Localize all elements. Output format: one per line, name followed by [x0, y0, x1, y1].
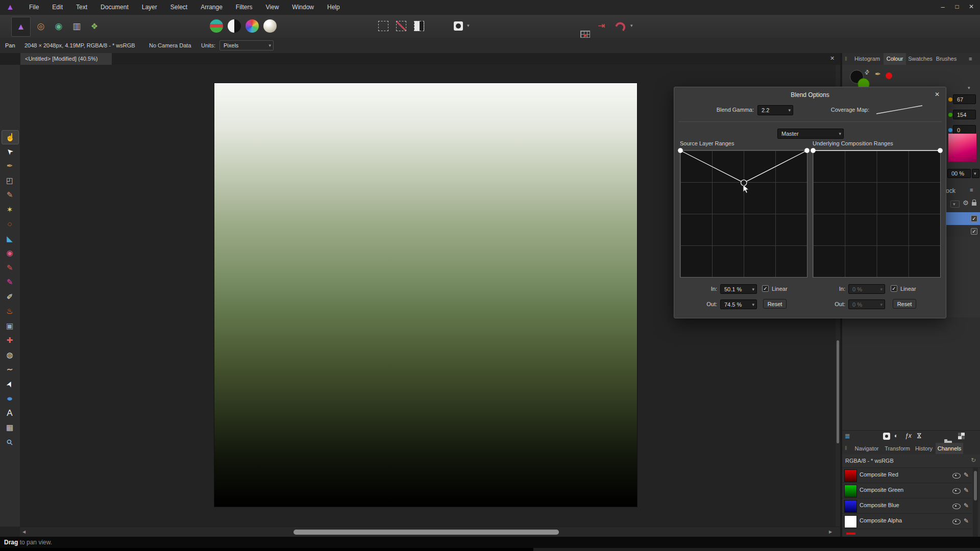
colour-eyedropper-icon[interactable]: ✒: [875, 70, 881, 78]
source-ranges-graph[interactable]: [680, 150, 807, 278]
selection-brush-tool[interactable]: ✎: [2, 188, 18, 202]
liquify-persona-button[interactable]: ◎: [32, 17, 50, 36]
selected-layer-row[interactable]: ✓: [945, 212, 980, 225]
scroll-right-icon[interactable]: ▶: [829, 530, 832, 534]
channel-row-composite-green[interactable]: Composite Green ✎: [842, 483, 972, 498]
photo-persona-button[interactable]: ▲: [11, 17, 31, 37]
new-mask-icon[interactable]: [883, 433, 890, 440]
menu-filters[interactable]: Filters: [229, 0, 259, 15]
underlying-ranges-graph[interactable]: [813, 150, 941, 278]
source-out-field[interactable]: 74.5 % ▾: [720, 299, 757, 309]
colour-model-caret-icon[interactable]: ▾: [968, 85, 970, 90]
paint-brush-tool[interactable]: ✎: [2, 261, 18, 274]
layers-stack-icon[interactable]: ≣: [845, 432, 850, 440]
underlying-in-field[interactable]: 0 % ▾: [848, 284, 885, 294]
tab-stock-partial[interactable]: ock: [946, 187, 955, 194]
channel-edit-pencil-icon[interactable]: ✎: [964, 517, 969, 524]
crop-tool[interactable]: ◰: [2, 174, 18, 187]
underlying-curve[interactable]: [813, 151, 940, 277]
menu-text[interactable]: Text: [69, 0, 94, 15]
channel-edit-pencil-icon[interactable]: ✎: [964, 471, 969, 479]
window-close-button[interactable]: ✕: [966, 3, 977, 10]
flood-erase-tool[interactable]: ♨: [2, 305, 18, 318]
export-persona-button[interactable]: ❖: [86, 17, 103, 36]
units-dropdown[interactable]: Pixels ▾: [219, 40, 274, 51]
flood-select-tool[interactable]: ✶: [2, 203, 18, 216]
window-minimize-button[interactable]: –: [937, 3, 948, 11]
selection-new-icon[interactable]: [378, 21, 388, 31]
channel-edit-pencil-icon[interactable]: ✎: [964, 487, 969, 494]
channel-row-composite-blue[interactable]: Composite Blue ✎: [842, 498, 972, 514]
menu-view[interactable]: View: [259, 0, 286, 15]
opacity-caret-button[interactable]: ▾: [972, 169, 979, 178]
tab-brushes[interactable]: Brushes: [935, 53, 958, 65]
channels-scrollbar-thumb[interactable]: [974, 471, 977, 500]
blend-mode-caret-button[interactable]: ▾: [950, 201, 960, 208]
menu-document[interactable]: Document: [94, 0, 135, 15]
layer-fx-gear-icon[interactable]: ⚙: [963, 199, 969, 207]
coverage-map-preview[interactable]: [874, 103, 925, 116]
vertical-scrollbar-thumb[interactable]: [837, 340, 839, 443]
green-value-field[interactable]: 154: [953, 110, 976, 119]
colour-replacement-brush-tool[interactable]: ✎: [2, 276, 18, 289]
panel-grip-icon[interactable]: ‖: [845, 445, 847, 451]
channels-scrollbar[interactable]: [973, 468, 978, 537]
tab-swatches[interactable]: Swatches: [907, 53, 934, 65]
tab-transform[interactable]: Transform: [883, 443, 912, 454]
quick-mask-icon[interactable]: [454, 21, 463, 31]
blur-tool[interactable]: ◍: [2, 348, 18, 362]
underlying-linear-checkbox[interactable]: ✓: [891, 285, 897, 292]
menu-arrange[interactable]: Arrange: [194, 0, 229, 15]
blend-gamma-dropdown[interactable]: 2.2 ▾: [757, 105, 793, 115]
panel-grip-icon[interactable]: ‖: [845, 56, 847, 62]
menu-help[interactable]: Help: [321, 0, 347, 15]
selection-intersect-icon[interactable]: [414, 21, 424, 31]
layer-lock-icon[interactable]: [972, 202, 976, 206]
horizontal-scrollbar[interactable]: ◀ ▶: [20, 527, 840, 537]
horizontal-scrollbar-thumb[interactable]: [293, 530, 559, 535]
layer-effects-icon[interactable]: ƒx: [905, 432, 912, 439]
auto-colours-icon[interactable]: [246, 19, 259, 33]
pixel-alignment-icon[interactable]: ⇥: [598, 20, 605, 31]
channel-row-composite-red[interactable]: Composite Red ✎: [842, 468, 972, 483]
auto-contrast-icon[interactable]: [228, 19, 241, 33]
quick-mask-caret-icon[interactable]: ▾: [467, 23, 470, 28]
pixel-tool[interactable]: ✐: [2, 290, 18, 304]
red-value-field[interactable]: 67: [953, 94, 976, 104]
snapping-caret-icon[interactable]: ▾: [630, 23, 633, 28]
opacity-field[interactable]: 00 %: [947, 169, 971, 178]
source-reset-button[interactable]: Reset: [763, 299, 787, 309]
underlying-reset-button[interactable]: Reset: [893, 299, 916, 309]
window-maximize-button[interactable]: □: [951, 3, 963, 10]
menu-file[interactable]: File: [22, 0, 45, 15]
channel-edit-pencil-icon[interactable]: ✎: [964, 502, 969, 509]
colour-picker-box[interactable]: [948, 134, 976, 162]
selection-none-icon[interactable]: [396, 21, 406, 31]
colour-picker-tool[interactable]: ✒: [2, 159, 18, 172]
tab-history[interactable]: History: [913, 443, 935, 454]
source-in-field[interactable]: 50.1 % ▾: [720, 284, 757, 294]
layer-visibility-checkbox[interactable]: ✓: [971, 215, 977, 222]
channel-select-dropdown[interactable]: Master ▾: [777, 129, 844, 139]
scroll-left-icon[interactable]: ◀: [22, 530, 26, 534]
channel-row-composite-alpha[interactable]: Composite Alpha ✎: [842, 514, 972, 529]
node-tool[interactable]: ➤: [0, 374, 19, 394]
channel-visibility-eye-icon[interactable]: [952, 473, 961, 479]
auto-white-balance-icon[interactable]: [263, 19, 277, 33]
dialog-close-icon[interactable]: ✕: [935, 91, 940, 98]
colour-panel-menu-icon[interactable]: ≡: [969, 56, 972, 62]
develop-persona-button[interactable]: ◉: [50, 17, 67, 36]
tab-colour[interactable]: Colour: [884, 53, 906, 65]
new-adjustment-icon[interactable]: ◐: [894, 432, 898, 439]
picked-colour-dot[interactable]: [886, 72, 892, 79]
menu-layer[interactable]: Layer: [135, 0, 164, 15]
live-filter-icon[interactable]: ⋈: [916, 433, 923, 439]
lasso-tool[interactable]: ◌: [2, 217, 18, 231]
tone-mapping-persona-button[interactable]: ▥: [68, 17, 85, 36]
clone-brush-tool[interactable]: ▣: [2, 319, 18, 333]
tab-bar-close-icon[interactable]: ✕: [830, 55, 835, 62]
menu-edit[interactable]: Edit: [45, 0, 69, 15]
zoom-tool[interactable]: ⚲: [0, 432, 20, 453]
healing-brush-tool[interactable]: ✚: [2, 334, 18, 347]
layer-visibility-checkbox[interactable]: ✓: [971, 228, 977, 235]
